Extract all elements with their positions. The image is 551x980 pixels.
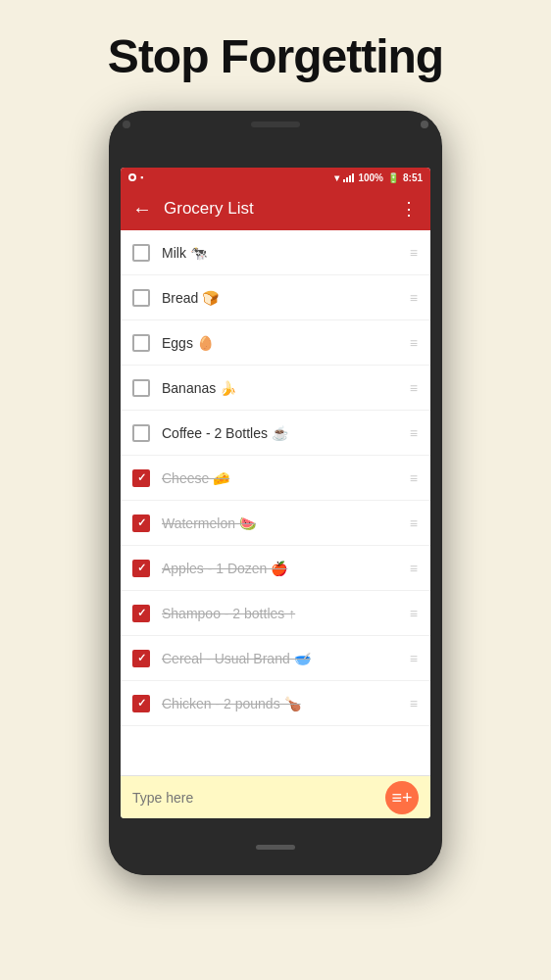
list-item-label: Shampoo - 2 bottles ↑ — [162, 606, 410, 621]
drag-handle-icon[interactable]: ≡ — [410, 651, 419, 666]
phone-top-bar — [109, 111, 442, 138]
phone-mockup: ▪ ▾ 100% 🔋 8:51 — [109, 111, 442, 875]
signal-icon — [343, 172, 354, 182]
drag-handle-icon[interactable]: ≡ — [410, 290, 419, 306]
list-item-label: Watermelon 🍉 — [162, 515, 410, 531]
drag-handle-icon[interactable]: ≡ — [410, 515, 419, 531]
home-button[interactable] — [256, 845, 295, 850]
app-bar: ← Grocery List ⋮ — [121, 187, 430, 230]
list-item-label: Milk 🐄 — [162, 245, 410, 261]
bottom-input-bar: ≡+ — [121, 775, 430, 818]
wifi-icon: ▾ — [334, 172, 339, 183]
overflow-menu-button[interactable]: ⋮ — [400, 198, 419, 220]
drag-handle-icon[interactable]: ≡ — [410, 561, 419, 576]
phone-speaker — [251, 122, 300, 127]
list-item-label: Apples - 1 Dozen 🍎 — [162, 561, 410, 576]
phone-screen: ▪ ▾ 100% 🔋 8:51 — [121, 168, 430, 818]
list-item-checkbox[interactable] — [132, 695, 150, 712]
notification-circle-icon — [128, 173, 136, 181]
list-item-checkbox[interactable] — [132, 469, 150, 487]
front-camera — [123, 121, 130, 128]
list-item-checkbox[interactable] — [132, 424, 150, 442]
list-item-label: Coffee - 2 Bottles ☕ — [162, 425, 410, 441]
list-item: Bread 🍞≡ — [121, 275, 430, 320]
drag-handle-icon[interactable]: ≡ — [410, 425, 419, 441]
list-item: Cereal - Usual Brand 🥣≡ — [121, 636, 430, 681]
list-item-label: Cereal - Usual Brand 🥣 — [162, 651, 410, 666]
list-item: Bananas 🍌≡ — [121, 366, 430, 411]
list-item: Chicken - 2 pounds 🍗≡ — [121, 681, 430, 726]
list-item-label: Bananas 🍌 — [162, 380, 410, 396]
drag-handle-icon[interactable]: ≡ — [410, 696, 419, 711]
sim-icon: ▪ — [140, 172, 143, 182]
sensor — [421, 121, 428, 128]
list-item-checkbox[interactable] — [132, 650, 150, 667]
drag-handle-icon[interactable]: ≡ — [410, 470, 419, 486]
list-item: Eggs 🥚≡ — [121, 320, 430, 366]
list-item-label: Eggs 🥚 — [162, 335, 410, 351]
list-item-label: Bread 🍞 — [162, 290, 410, 306]
battery-percent: 100% — [358, 172, 383, 183]
list-item-checkbox[interactable] — [132, 560, 150, 577]
list-item: Watermelon 🍉≡ — [121, 501, 430, 546]
clock: 8:51 — [403, 172, 423, 183]
list-item-label: Chicken - 2 pounds 🍗 — [162, 696, 410, 711]
drag-handle-icon[interactable]: ≡ — [410, 606, 419, 621]
add-item-input[interactable] — [132, 790, 385, 806]
status-bar: ▪ ▾ 100% 🔋 8:51 — [121, 168, 430, 187]
list-add-icon: ≡+ — [391, 789, 412, 807]
list-item: Milk 🐄≡ — [121, 230, 430, 275]
list-item-checkbox[interactable] — [132, 289, 150, 307]
phone-body: ▪ ▾ 100% 🔋 8:51 — [109, 111, 442, 875]
list-item-label: Cheese 🧀 — [162, 470, 410, 486]
list-item-checkbox[interactable] — [132, 605, 150, 622]
list-item-checkbox[interactable] — [132, 244, 150, 262]
back-button[interactable]: ← — [132, 198, 152, 220]
list-item: Shampoo - 2 bottles ↑≡ — [121, 591, 430, 636]
grocery-list: Milk 🐄≡Bread 🍞≡Eggs 🥚≡Bananas 🍌≡Coffee -… — [121, 230, 430, 775]
page-headline: Stop Forgetting — [108, 29, 443, 83]
list-item: Apples - 1 Dozen 🍎≡ — [121, 546, 430, 591]
phone-bottom-bar — [109, 818, 442, 875]
add-item-fab[interactable]: ≡+ — [385, 781, 419, 814]
drag-handle-icon[interactable]: ≡ — [410, 335, 419, 351]
list-item: Coffee - 2 Bottles ☕≡ — [121, 411, 430, 456]
drag-handle-icon[interactable]: ≡ — [410, 380, 419, 396]
list-item-checkbox[interactable] — [132, 379, 150, 397]
list-item: Cheese 🧀≡ — [121, 456, 430, 501]
status-left: ▪ — [128, 172, 143, 182]
status-right: ▾ 100% 🔋 8:51 — [334, 172, 423, 183]
list-item-checkbox[interactable] — [132, 334, 150, 352]
list-item-checkbox[interactable] — [132, 514, 150, 532]
battery-icon: 🔋 — [387, 172, 399, 183]
app-bar-title: Grocery List — [164, 199, 388, 219]
drag-handle-icon[interactable]: ≡ — [410, 245, 419, 261]
